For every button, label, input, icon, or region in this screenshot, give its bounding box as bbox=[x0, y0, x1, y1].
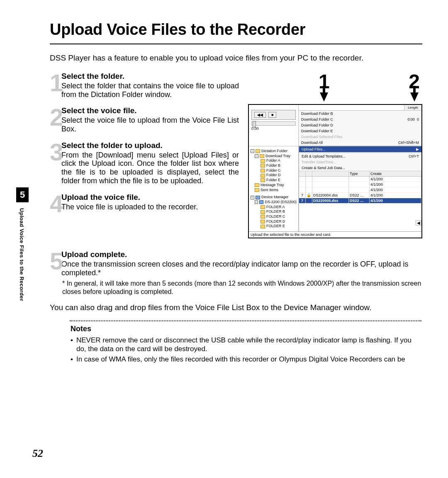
file-row[interactable]: 4/1/200 bbox=[299, 182, 421, 187]
menu-item-upload-templates[interactable]: Edit & Upload Templates...Ctrl+T bbox=[299, 153, 421, 159]
tree-device-folder-e[interactable]: FOLDER E bbox=[251, 224, 297, 229]
notes-list: NEVER remove the card or disconnect the … bbox=[71, 336, 422, 364]
status-bar: Upload the selected file to the recorder… bbox=[249, 231, 421, 238]
menu-item-download-e[interactable]: Download Folder E bbox=[299, 128, 421, 134]
folder-tree: −Dictation Folder −Download Tray Folder … bbox=[251, 149, 297, 229]
step-2: 2 Select the voice file. Select the voic… bbox=[50, 106, 239, 133]
file-row-selected[interactable]: 7DS220005.dssDS22 …4/1/200 bbox=[299, 198, 421, 204]
callout-2: 2 bbox=[409, 72, 420, 102]
step-1: 1 Select the folder. Select the folder t… bbox=[50, 72, 239, 99]
menu-item-download-selected: Download Selected Files bbox=[299, 134, 421, 140]
playback-slider[interactable] bbox=[251, 121, 296, 126]
scroll-left-icon[interactable]: ◀ bbox=[416, 220, 421, 226]
step-3: 3 Select the folder to upload. From the … bbox=[50, 141, 239, 185]
step-5: 5 Upload complete. Once the transmission… bbox=[50, 250, 422, 277]
step-1-body: Select the folder that contains the voic… bbox=[61, 82, 239, 99]
dotted-divider bbox=[70, 320, 421, 321]
file-row[interactable]: 4/1/200 bbox=[299, 187, 421, 193]
tree-folder-d[interactable]: Folder D bbox=[251, 173, 297, 178]
menu-item-download-c[interactable]: Download Folder C0:00 0 bbox=[299, 116, 421, 122]
menu-item-upload-files[interactable]: Upload Files... ▶ bbox=[299, 146, 421, 152]
step-4-number: 4 bbox=[50, 194, 60, 214]
page-title: Upload Voice Files to the Recorder bbox=[50, 21, 422, 39]
tree-download-tray[interactable]: −Download Tray bbox=[251, 154, 297, 159]
timecode-label: 0.00 bbox=[251, 126, 298, 131]
tree-folder-a[interactable]: Folder A bbox=[251, 158, 297, 163]
tree-device-folder-c[interactable]: FOLDER C bbox=[251, 214, 297, 219]
tree-device-folder-a[interactable]: FOLDER A bbox=[251, 205, 297, 210]
arrow-down-icon bbox=[320, 92, 328, 102]
step-1-title: Select the folder. bbox=[61, 72, 239, 81]
upload-submenu: Upload Files... ▶ Edit & Upload Template… bbox=[299, 146, 421, 171]
notes-heading: Notes bbox=[71, 325, 422, 333]
step-4-body: The voice file is uploaded to the record… bbox=[61, 203, 239, 211]
file-row[interactable]: 7🔒DS220004.dssDS22 …4/1/200 bbox=[299, 193, 421, 198]
callout-1: 1 bbox=[319, 72, 330, 102]
chapter-side-tab: 5 Upload Voice Files to the Recorder bbox=[16, 187, 29, 301]
step-3-number: 3 bbox=[50, 142, 60, 186]
intro-text: DSS Player has a feature to enable you t… bbox=[50, 53, 422, 63]
menu-item-download-b[interactable]: Download Folder B bbox=[299, 111, 421, 116]
step-5-title: Upload complete. bbox=[61, 250, 422, 259]
footnote-text: * In general, it will take more than 5 s… bbox=[62, 279, 422, 295]
tree-device-ds2200[interactable]: −DS-2200 (DS2200) bbox=[251, 200, 297, 205]
tree-dictation-folder[interactable]: −Dictation Folder bbox=[251, 149, 297, 154]
step-3-title: Select the folder to upload. bbox=[61, 141, 239, 150]
page-number: 52 bbox=[32, 447, 43, 460]
file-row[interactable]: 4/1/200 bbox=[299, 177, 421, 182]
note-item: NEVER remove the card or disconnect the … bbox=[71, 336, 422, 354]
tree-device-folder-d[interactable]: FOLDER D bbox=[251, 219, 297, 224]
step-3-body: From the [Download] menu select [Upload … bbox=[61, 151, 239, 185]
download-menu: Download Folder B Download Folder C0:00 … bbox=[299, 111, 421, 146]
chapter-side-label: Upload Voice Files to the Recorder bbox=[19, 208, 25, 301]
menu-item-download-d[interactable]: Download Folder D bbox=[299, 122, 421, 128]
note-item: In case of WMA files, only the files rec… bbox=[71, 355, 422, 364]
app-screenshot: 1 2 ◀◀ ■ 0.00 bbox=[248, 72, 422, 238]
step-2-number: 2 bbox=[50, 107, 60, 134]
filelist-header: Type Create bbox=[299, 171, 421, 177]
lock-icon: 🔒 bbox=[306, 193, 312, 198]
tree-folder-c[interactable]: Folder C bbox=[251, 168, 297, 173]
tree-folder-e[interactable]: Folder E bbox=[251, 178, 297, 183]
drag-drop-note: You can also drag and drop files from th… bbox=[50, 303, 422, 312]
arrow-down-icon bbox=[410, 92, 419, 102]
title-rule bbox=[50, 44, 422, 44]
step-5-body: Once the transmission screen closes and … bbox=[61, 260, 422, 277]
step-1-number: 1 bbox=[50, 73, 60, 99]
file-list: 4/1/200 4/1/200 4/1/200 7🔒DS220004.dssDS… bbox=[299, 177, 421, 204]
step-5-number: 5 bbox=[50, 251, 60, 278]
step-4-title: Upload the voice file. bbox=[61, 193, 239, 202]
rewind-button[interactable]: ◀◀ bbox=[254, 112, 266, 118]
step-4: 4 Upload the voice file. The voice file … bbox=[50, 193, 239, 213]
tree-device-manager[interactable]: −Device Manager bbox=[251, 195, 297, 200]
transport-bar: ◀◀ ■ bbox=[251, 110, 296, 120]
chapter-number-box: 5 bbox=[16, 187, 29, 202]
col-type[interactable]: Type bbox=[349, 171, 370, 176]
length-label: Length bbox=[404, 105, 421, 110]
menu-item-send-job-data[interactable]: Create & Send Job Data... bbox=[299, 165, 421, 171]
tree-sent-items[interactable]: Sent Items bbox=[251, 188, 297, 193]
col-create[interactable]: Create bbox=[370, 171, 421, 176]
menu-item-download-all[interactable]: Download AllCtrl+Shift+M bbox=[299, 140, 421, 146]
stop-button[interactable]: ■ bbox=[268, 112, 276, 118]
tree-folder-b[interactable]: Folder B bbox=[251, 163, 297, 168]
menu-item-transfer-datetime: Transfer Date/Time... bbox=[299, 159, 421, 165]
step-2-body: Select the voice file to upload from the… bbox=[61, 116, 239, 133]
dss-player-window: ◀◀ ■ 0.00 Length Download Folder B Downl… bbox=[248, 104, 422, 238]
info-header: Length bbox=[299, 105, 421, 111]
step-2-title: Select the voice file. bbox=[61, 106, 239, 115]
tree-device-folder-b[interactable]: FOLDER B bbox=[251, 209, 297, 214]
tree-message-tray[interactable]: Message Tray bbox=[251, 183, 297, 188]
